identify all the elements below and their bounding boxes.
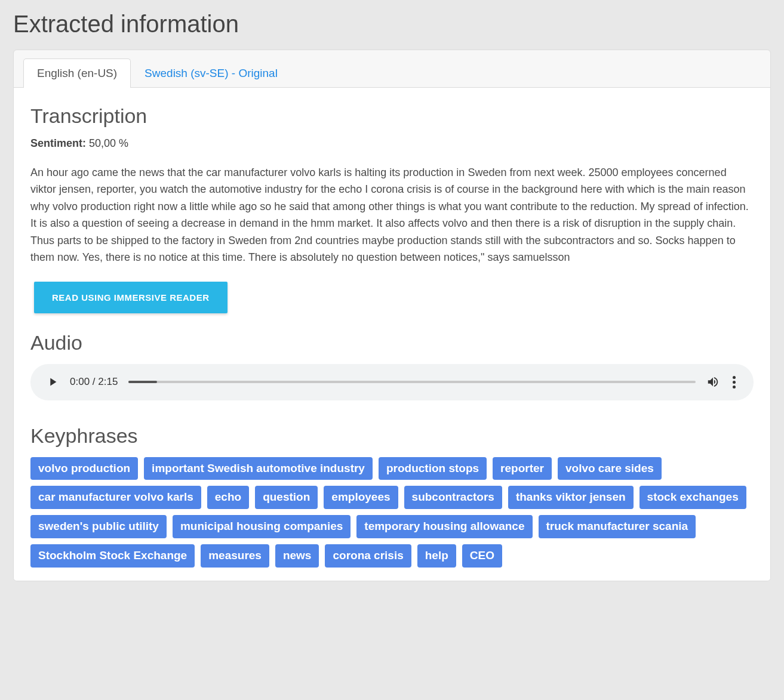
tab-content: Transcription Sentiment: 50,00 % An hour…	[14, 88, 770, 581]
more-options-icon[interactable]	[730, 374, 738, 391]
keyphrase-chip[interactable]: reporter	[493, 457, 552, 480]
audio-time: 0:00 / 2:15	[70, 376, 118, 388]
play-icon[interactable]	[46, 375, 59, 388]
keyphrase-chip[interactable]: municipal housing companies	[173, 515, 351, 538]
keyphrase-chip[interactable]: volvo care sides	[558, 457, 662, 480]
sentiment-value: 50,00 %	[89, 137, 128, 149]
transcription-body: An hour ago came the news that the car m…	[30, 164, 754, 266]
tabs-bar: English (en-US) Swedish (sv-SE) - Origin…	[14, 50, 770, 88]
keyphrase-chip[interactable]: sweden's public utility	[30, 515, 167, 538]
audio-progress	[128, 381, 156, 383]
keyphrases-title: Keyphrases	[30, 424, 754, 448]
keyphrase-chip[interactable]: news	[275, 544, 319, 568]
keyphrase-chip[interactable]: help	[417, 544, 456, 568]
keyphrase-chip[interactable]: thanks viktor jensen	[508, 486, 634, 509]
tab-label: Swedish (sv-SE) - Original	[144, 67, 278, 79]
audio-player: 0:00 / 2:15	[30, 364, 754, 400]
keyphrase-chip[interactable]: volvo production	[30, 457, 138, 480]
audio-current-time: 0:00	[70, 376, 90, 387]
keyphrase-chip[interactable]: stock exchanges	[640, 486, 746, 509]
keyphrase-chip[interactable]: important Swedish automotive industry	[144, 457, 373, 480]
sentiment-line: Sentiment: 50,00 %	[30, 137, 754, 150]
page-header: Extracted information	[0, 0, 784, 44]
keyphrases-list: volvo productionimportant Swedish automo…	[30, 457, 754, 568]
keyphrase-chip[interactable]: Stockholm Stock Exchange	[30, 544, 195, 568]
tab-swedish[interactable]: Swedish (sv-SE) - Original	[131, 58, 291, 88]
keyphrase-chip[interactable]: corona crisis	[325, 544, 411, 568]
keyphrase-chip[interactable]: measures	[201, 544, 269, 568]
audio-seek-track[interactable]	[128, 381, 696, 383]
tab-english[interactable]: English (en-US)	[23, 58, 131, 88]
keyphrase-chip[interactable]: truck manufacturer scania	[539, 515, 696, 538]
keyphrase-chip[interactable]: employees	[324, 486, 398, 509]
volume-icon[interactable]	[706, 375, 720, 388]
keyphrase-chip[interactable]: subcontractors	[404, 486, 502, 509]
page-title: Extracted information	[13, 11, 771, 38]
keyphrase-chip[interactable]: question	[255, 486, 318, 509]
keyphrase-chip[interactable]: car manufacturer volvo karls	[30, 486, 201, 509]
keyphrase-chip[interactable]: temporary housing allowance	[356, 515, 532, 538]
transcription-title: Transcription	[30, 104, 754, 128]
info-card: English (en-US) Swedish (sv-SE) - Origin…	[13, 50, 771, 581]
audio-title: Audio	[30, 331, 754, 354]
immersive-reader-button[interactable]: READ USING IMMERSIVE READER	[34, 282, 227, 313]
keyphrase-chip[interactable]: echo	[207, 486, 249, 509]
tab-label: English (en-US)	[37, 67, 117, 79]
sentiment-label: Sentiment:	[30, 137, 86, 149]
audio-duration: 2:15	[98, 376, 118, 387]
keyphrase-chip[interactable]: production stops	[379, 457, 487, 480]
keyphrase-chip[interactable]: CEO	[462, 544, 502, 568]
